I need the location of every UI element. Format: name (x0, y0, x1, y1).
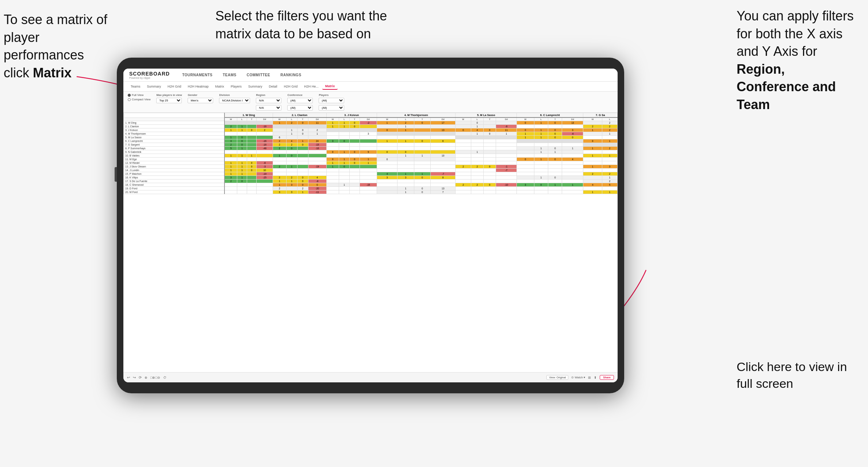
cell-5-1-l: 4 (286, 139, 297, 143)
cell-8-6-w (583, 150, 602, 154)
cell-15-1-w: 2 (273, 176, 286, 180)
cell-13-0-t: 0 (247, 169, 257, 172)
toolbar-undo[interactable]: ↩ (127, 375, 130, 379)
gender-select[interactable]: Men's (188, 98, 213, 103)
toolbar-watch[interactable]: ⊙ Watch ▾ (571, 376, 585, 379)
toolbar-reset[interactable]: ⟳ (139, 375, 142, 379)
cell-17-3-dif (431, 183, 456, 187)
cell-1-1-t (297, 125, 308, 128)
cell-4-6-l (602, 136, 617, 139)
subnav-summary[interactable]: Summary (144, 84, 164, 89)
cell-3-3-w (377, 132, 397, 136)
cell-17-2-t (349, 183, 360, 187)
cell-14-3-dif: -7 (431, 172, 456, 176)
subnav-teams[interactable]: Teams (128, 84, 143, 89)
conference-select2[interactable]: (All) (287, 105, 313, 111)
cell-13-3-t (414, 169, 431, 172)
cell-16-1-dif: -8 (308, 180, 326, 183)
cell-4-5-t: 0 (548, 136, 562, 139)
nav-committee[interactable]: COMMITTEE (246, 72, 271, 78)
players-select2[interactable]: (All) (319, 105, 344, 111)
cell-6-0-l: 0 (237, 143, 247, 147)
cell-17-4-w: 2 (456, 183, 471, 187)
subnav-h2h-heatmap[interactable]: H2H Heatmap (185, 84, 212, 89)
cell-18-1-dif: -20 (308, 187, 326, 190)
cell-16-4-t (483, 180, 496, 183)
table-row: 15. P Maichon11-19411-722 (124, 172, 618, 176)
subnav-h2h-grid[interactable]: H2H Grid (165, 84, 184, 89)
table-row: 7. G Sargent20-16220-15 (124, 143, 618, 147)
sh-6-dif: Dif (562, 117, 583, 121)
toolbar-settings[interactable]: ⏱ (163, 376, 166, 379)
compact-view-radio[interactable] (128, 98, 131, 101)
cell-2-1-t: 0 (297, 128, 308, 132)
annotation-top-left: To see a matrix of player performances c… (4, 11, 117, 82)
cell-11-4-dif (496, 161, 517, 165)
cell-12-0-w: 1 (224, 165, 237, 169)
region-select2[interactable]: N/A (256, 105, 281, 111)
cell-0-2-w: 1 (326, 121, 339, 125)
cell-2-0-dif: 2 (257, 128, 273, 132)
cell-16-2-dif (360, 180, 377, 183)
cell-6-3-l (397, 143, 414, 147)
subnav-players[interactable]: Players (228, 84, 245, 89)
cell-2-2-dif (360, 128, 377, 132)
cell-5-4-t (483, 139, 496, 143)
cell-19-5-w (517, 190, 534, 194)
cell-4-2-t (349, 136, 360, 139)
cell-2-1-l: 1 (286, 128, 297, 132)
players-select1[interactable]: (All) (319, 98, 344, 103)
subnav-detail[interactable]: Detail (266, 84, 280, 89)
cell-19-2-dif (360, 190, 377, 194)
cell-8-2-w: 0 (326, 150, 339, 154)
cell-17-0-l (237, 183, 247, 187)
matrix-container[interactable]: 1. W Ding 2. L Clanton 3. J Koivun 4. M … (123, 113, 618, 368)
region-select[interactable]: N/A (256, 98, 281, 103)
cell-12-3-t (414, 165, 431, 169)
cell-15-4-t (483, 176, 496, 180)
conference-select1[interactable]: (All) (287, 98, 313, 103)
cell-0-3-w: 1 (377, 121, 397, 125)
max-players-select[interactable]: Top 25 (156, 98, 182, 103)
subnav-matrix-active[interactable]: Matrix (322, 83, 338, 90)
filters-bar: Full View Compact View Max players in vi… (123, 92, 618, 113)
cell-8-3-t (414, 150, 431, 154)
cell-6-6-w (583, 143, 602, 147)
cell-4-2-dif (360, 136, 377, 139)
sh-6-w: W (517, 117, 534, 121)
view-original-button[interactable]: View: Original (546, 375, 568, 380)
cell-19-1-w: 3 (273, 190, 286, 194)
cell-6-5-w (517, 143, 534, 147)
nav-tournaments[interactable]: TOURNAMENTS (181, 72, 213, 78)
cell-15-0-t (247, 176, 257, 180)
cell-12-5-dif (562, 165, 583, 169)
toolbar-screen-icon[interactable]: ⊞ (588, 376, 591, 379)
cell-15-0-w: 3 (224, 176, 237, 180)
toolbar-share-icon[interactable]: ⬆ (594, 376, 597, 379)
table-row: 20. M Ford331-1110711 (124, 190, 618, 194)
subnav-h2hhe[interactable]: H2H He... (301, 84, 322, 89)
subnav-matrix[interactable]: Matrix (212, 84, 227, 89)
cell-9-3-t: 1 (414, 154, 431, 158)
cell-2-5-t: 0 (548, 128, 562, 132)
full-view-option[interactable]: Full View (128, 93, 150, 97)
nav-rankings[interactable]: RANKINGS (280, 72, 302, 78)
share-button[interactable]: Share (600, 375, 614, 380)
logo-title: SCOREBOARD (129, 71, 170, 77)
cell-3-2-l (339, 132, 349, 136)
cell-13-0-w: 1 (224, 169, 237, 172)
cell-14-0-l: 1 (237, 172, 247, 176)
division-select[interactable]: NCAA Division I (219, 98, 250, 103)
cell-14-4-t (483, 172, 496, 176)
row-header-17: 18. C Sherwood (124, 183, 225, 187)
cell-1-1-w (273, 125, 286, 128)
toolbar-zoom-controls[interactable]: □⊕□⊖ (150, 376, 160, 379)
nav-teams[interactable]: TEAMS (222, 72, 237, 78)
cell-3-2-dif: 3 (360, 132, 377, 136)
compact-view-option[interactable]: Compact View (128, 98, 150, 101)
full-view-radio[interactable] (128, 94, 131, 97)
toolbar-redo[interactable]: ↪ (133, 375, 136, 379)
subnav-h2h-grid2[interactable]: H2H Grid (281, 84, 301, 89)
subnav-summary2[interactable]: Summary (245, 84, 265, 89)
cell-19-0-dif (257, 190, 273, 194)
